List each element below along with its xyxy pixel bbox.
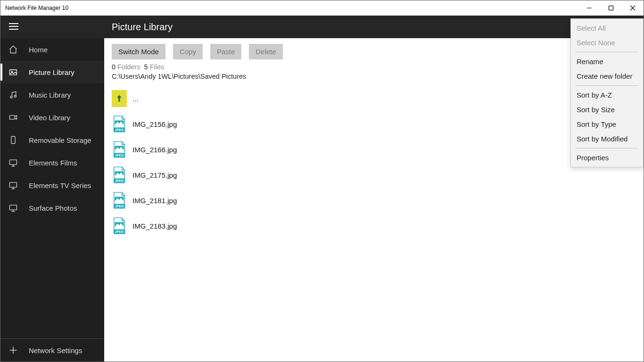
- hamburger-button[interactable]: [0, 16, 104, 38]
- copy-button[interactable]: Copy: [173, 44, 203, 59]
- main-pane: Picture Library ⋯ Switch Mode Copy Paste…: [104, 16, 644, 362]
- current-path: C:\Users\Andy 1WL\Pictures\Saved Picture…: [104, 73, 644, 86]
- paste-button[interactable]: Paste: [210, 44, 241, 59]
- monitor-icon: [8, 157, 18, 168]
- sidebar-item-label: Surface Photos: [29, 204, 77, 212]
- svg-text:JPEG: JPEG: [115, 128, 124, 132]
- close-button[interactable]: [622, 0, 644, 16]
- file-list: ... JPEG IMG_2156.jpg JPEG IMG_2166.jpg …: [104, 86, 644, 239]
- file-row[interactable]: JPEG IMG_2156.jpg: [109, 111, 639, 137]
- storage-icon: [8, 135, 18, 145]
- svg-text:JPEG: JPEG: [115, 179, 124, 182]
- svg-rect-15: [10, 205, 17, 210]
- sidebar-item-label: Elements Films: [29, 159, 77, 167]
- sidebar-item-label: Music Library: [29, 91, 71, 99]
- sidebar-item-video-library[interactable]: Video Library: [0, 106, 104, 129]
- menu-properties[interactable]: Properties: [571, 150, 643, 165]
- menu-divider: [576, 85, 638, 86]
- files-label: Files: [150, 63, 165, 71]
- file-name: IMG_2175.jpg: [132, 171, 177, 179]
- folder-up-icon: [112, 90, 127, 107]
- sidebar-item-elements-films[interactable]: Elements Films: [0, 151, 104, 174]
- jpeg-file-icon: JPEG: [112, 115, 127, 133]
- sidebar-item-surface-photos[interactable]: Surface Photos: [0, 197, 104, 219]
- minimize-button[interactable]: [578, 0, 600, 16]
- svg-point-9: [10, 96, 12, 98]
- sidebar-item-label: Video Library: [29, 114, 70, 122]
- context-menu: Select All Select None Rename Create new…: [570, 18, 644, 167]
- file-name: IMG_2181.jpg: [132, 197, 177, 205]
- file-name: IMG_2183.jpg: [132, 222, 177, 230]
- file-name: IMG_2166.jpg: [132, 146, 177, 154]
- sidebar-item-elements-tv-series[interactable]: Elements TV Series: [0, 174, 104, 197]
- menu-create-folder[interactable]: Create new folder: [571, 69, 643, 83]
- sidebar: Home Picture Library Music Library Video…: [0, 16, 104, 362]
- svg-rect-12: [11, 137, 15, 144]
- window-controls: [578, 0, 644, 16]
- sidebar-item-label: Removable Storage: [29, 136, 91, 144]
- jpeg-file-icon: JPEG: [112, 166, 127, 184]
- home-icon: [8, 44, 18, 55]
- menu-sort-modified[interactable]: Sort by Modified: [571, 132, 643, 146]
- hamburger-icon: [9, 23, 18, 31]
- page-title: Picture Library: [112, 22, 173, 33]
- monitor-icon: [8, 203, 18, 213]
- delete-button[interactable]: Delete: [249, 44, 282, 59]
- menu-divider: [576, 52, 638, 52]
- svg-rect-14: [10, 182, 17, 187]
- status-line: 0 Folders 5 Files: [104, 63, 644, 73]
- file-name: IMG_2156.jpg: [132, 120, 177, 128]
- svg-point-10: [14, 95, 16, 97]
- menu-sort-az[interactable]: Sort by A-Z: [571, 88, 643, 102]
- svg-text:JPEG: JPEG: [115, 230, 124, 233]
- nav-list: Home Picture Library Music Library Video…: [0, 38, 104, 338]
- jpeg-file-icon: JPEG: [112, 140, 127, 158]
- music-icon: [8, 90, 18, 100]
- file-row[interactable]: JPEG IMG_2166.jpg: [109, 137, 639, 162]
- folder-up-label: ...: [132, 95, 139, 103]
- sidebar-item-label: Network Settings: [29, 346, 82, 354]
- sidebar-item-music-library[interactable]: Music Library: [0, 83, 104, 106]
- menu-select-none[interactable]: Select None: [571, 35, 643, 50]
- menu-select-all[interactable]: Select All: [571, 21, 643, 35]
- monitor-icon: [8, 180, 18, 190]
- sidebar-item-label: Elements TV Series: [29, 181, 91, 189]
- svg-rect-1: [609, 6, 613, 10]
- menu-rename[interactable]: Rename: [571, 54, 643, 69]
- file-row[interactable]: JPEG IMG_2183.jpg: [109, 213, 639, 239]
- switch-mode-button[interactable]: Switch Mode: [112, 44, 165, 59]
- window-title: Network File Manager 10: [5, 5, 68, 11]
- svg-rect-13: [10, 160, 17, 165]
- plus-icon: [8, 345, 18, 355]
- sidebar-item-label: Picture Library: [29, 68, 74, 76]
- file-row[interactable]: JPEG IMG_2175.jpg: [109, 162, 639, 188]
- sidebar-item-network-settings[interactable]: Network Settings: [0, 339, 104, 362]
- sidebar-item-picture-library[interactable]: Picture Library: [0, 61, 104, 83]
- toolbar: Switch Mode Copy Paste Delete: [104, 38, 644, 63]
- sidebar-item-removable-storage[interactable]: Removable Storage: [0, 129, 104, 151]
- menu-sort-type[interactable]: Sort by Type: [571, 117, 643, 132]
- menu-sort-size[interactable]: Sort by Size: [571, 102, 643, 117]
- sidebar-item-home[interactable]: Home: [0, 38, 104, 61]
- maximize-button[interactable]: [600, 0, 622, 16]
- svg-rect-11: [10, 115, 15, 119]
- sidebar-item-label: Home: [29, 46, 48, 54]
- menu-divider: [576, 148, 638, 148]
- video-icon: [8, 112, 18, 123]
- jpeg-file-icon: JPEG: [112, 217, 127, 235]
- svg-text:JPEG: JPEG: [115, 205, 124, 208]
- file-row[interactable]: JPEG IMG_2181.jpg: [109, 188, 639, 213]
- svg-text:JPEG: JPEG: [115, 154, 124, 157]
- jpeg-file-icon: JPEG: [112, 191, 127, 209]
- folder-up-row[interactable]: ...: [109, 86, 639, 111]
- folders-label: Folders: [117, 63, 140, 71]
- folders-count: 0: [112, 63, 116, 71]
- window-titlebar: Network File Manager 10: [0, 0, 644, 16]
- content-header: Picture Library ⋯: [104, 16, 644, 38]
- files-count: 5: [144, 63, 148, 71]
- picture-icon: [8, 67, 18, 77]
